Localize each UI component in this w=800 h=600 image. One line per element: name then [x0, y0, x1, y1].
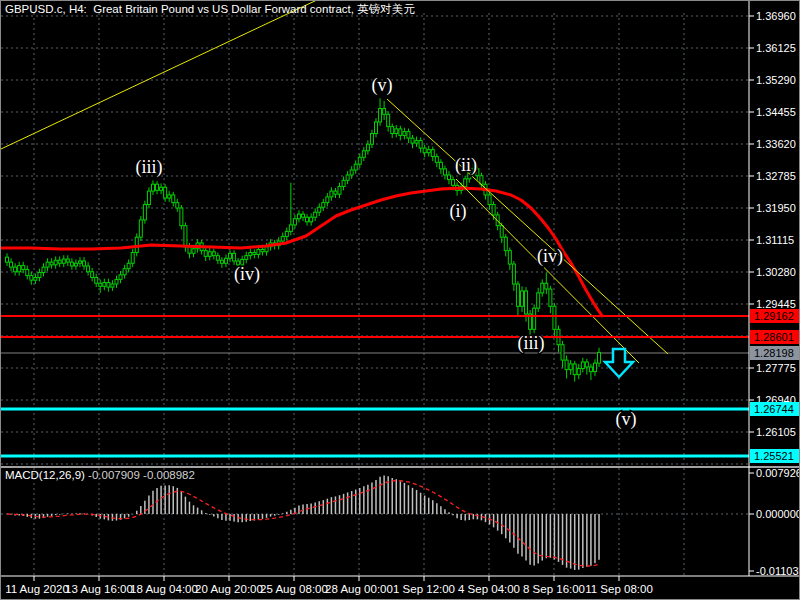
svg-text:1.35290: 1.35290 — [756, 74, 796, 86]
svg-text:(i): (i) — [450, 201, 467, 222]
svg-text:(iii): (iii) — [136, 157, 163, 178]
svg-text:1.31115: 1.31115 — [756, 234, 794, 246]
macd-indicator-label: MACD(12,26,9) -0.007909 -0.008982 — [5, 469, 195, 481]
svg-text:1.25521: 1.25521 — [754, 450, 794, 462]
svg-text:0.007926: 0.007926 — [756, 467, 800, 479]
chart-title: GBPUSD.c, H4: Great Britain Pound vs US … — [5, 2, 415, 17]
svg-text:(v): (v) — [616, 409, 637, 430]
svg-text:(iv): (iv) — [234, 264, 260, 285]
svg-text:1.34455: 1.34455 — [756, 106, 796, 118]
chart-canvas[interactable]: (iii)(iv)(v)(ii)(i)(iv)(iii)(v)1.369601.… — [1, 1, 800, 600]
price-axis[interactable]: 1.369601.361251.352901.344551.336201.327… — [749, 10, 800, 577]
macd-main-value: -0.007909 — [88, 469, 140, 481]
svg-text:20 Aug 20:00: 20 Aug 20:00 — [195, 583, 263, 595]
svg-text:1.29445: 1.29445 — [756, 298, 796, 310]
svg-text:1.29162: 1.29162 — [754, 310, 794, 322]
trendlines[interactable] — [1, 1, 668, 363]
svg-text:(iv): (iv) — [537, 246, 563, 267]
moving-average-line[interactable] — [1, 188, 603, 317]
svg-text:(v): (v) — [372, 75, 393, 96]
svg-text:1.26105: 1.26105 — [756, 426, 796, 438]
svg-text:1.28198: 1.28198 — [754, 347, 794, 359]
svg-text:1.36125: 1.36125 — [756, 42, 796, 54]
svg-text:1.30280: 1.30280 — [756, 266, 796, 278]
svg-text:1.28601: 1.28601 — [754, 331, 794, 343]
chart-window: (iii)(iv)(v)(ii)(i)(iv)(iii)(v)1.369601.… — [0, 0, 800, 600]
svg-text:(iii): (iii) — [518, 333, 545, 354]
svg-text:1.31950: 1.31950 — [756, 202, 796, 214]
svg-text:1.26744: 1.26744 — [754, 403, 794, 415]
svg-text:11 Aug 2020: 11 Aug 2020 — [5, 583, 69, 595]
svg-text:0.000000: 0.000000 — [756, 508, 800, 520]
svg-text:1.36960: 1.36960 — [756, 10, 796, 22]
svg-text:(ii): (ii) — [455, 155, 477, 176]
svg-text:11 Sep 08:00: 11 Sep 08:00 — [585, 583, 653, 595]
svg-text:1.32785: 1.32785 — [756, 170, 796, 182]
macd-signal-value: -0.008982 — [143, 469, 195, 481]
svg-text:1.33620: 1.33620 — [756, 138, 796, 150]
horizontal-level-lines[interactable] — [1, 316, 749, 456]
svg-text:1 Sep 12:00: 1 Sep 12:00 — [393, 583, 455, 595]
macd-panel — [7, 476, 599, 570]
svg-text:-0.011035: -0.011035 — [756, 565, 800, 577]
time-axis[interactable]: 11 Aug 202013 Aug 16:0018 Aug 04:0020 Au… — [5, 576, 653, 595]
svg-text:13 Aug 16:00: 13 Aug 16:00 — [65, 583, 133, 595]
svg-text:18 Aug 04:00: 18 Aug 04:00 — [130, 583, 198, 595]
svg-text:8 Sep 16:00: 8 Sep 16:00 — [523, 583, 585, 595]
grid-lines — [1, 13, 749, 575]
svg-text:25 Aug 08:00: 25 Aug 08:00 — [260, 583, 328, 595]
svg-text:4 Sep 04:00: 4 Sep 04:00 — [458, 583, 520, 595]
svg-text:28 Aug 00:00: 28 Aug 00:00 — [325, 583, 393, 595]
macd-name: MACD(12,26,9) — [5, 469, 85, 481]
svg-text:1.27775: 1.27775 — [756, 362, 796, 374]
